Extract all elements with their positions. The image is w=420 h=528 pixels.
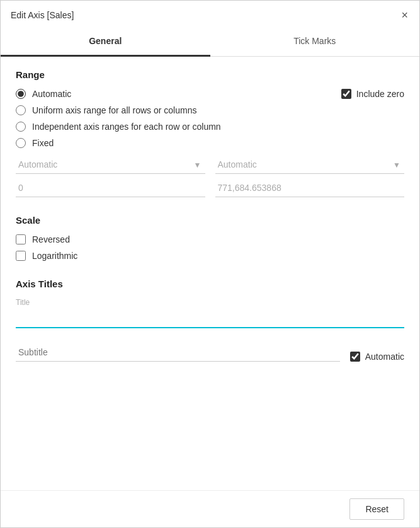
radio-automatic-input[interactable]	[16, 89, 26, 99]
automatic-checkbox-input[interactable]	[350, 352, 360, 362]
title-field-label: Title	[16, 298, 404, 307]
logarithmic-checkbox[interactable]: Logarithmic	[16, 251, 404, 261]
include-zero-input[interactable]	[341, 89, 351, 99]
scale-section: Scale Reversed Logarithmic	[16, 215, 404, 261]
tabs-container: General Tick Marks	[1, 27, 419, 57]
dropdown-end[interactable]: Automatic	[215, 156, 405, 174]
reset-button[interactable]: Reset	[349, 498, 404, 520]
radio-uniform-input[interactable]	[16, 105, 26, 115]
dialog-title: Edit Axis [Sales]	[11, 10, 74, 20]
radio-independent-input[interactable]	[16, 122, 26, 132]
range-options-row: Automatic Uniform axis range for all row…	[16, 89, 404, 148]
dialog-footer: Reset	[1, 490, 419, 527]
scale-section-title: Scale	[16, 215, 404, 226]
radio-uniform[interactable]: Uniform axis range for all rows or colum…	[16, 105, 221, 115]
range-end-input[interactable]	[215, 179, 405, 197]
dropdown-end-wrap: Automatic ▼	[215, 156, 405, 174]
range-section: Range Automatic Uniform axis range for a…	[16, 69, 404, 197]
content-area: Range Automatic Uniform axis range for a…	[1, 57, 419, 490]
close-button[interactable]: ×	[400, 9, 409, 21]
title-input[interactable]	[16, 309, 404, 328]
reversed-checkbox[interactable]: Reversed	[16, 234, 404, 244]
tab-tick-marks[interactable]: Tick Marks	[210, 27, 420, 57]
radio-independent[interactable]: Independent axis ranges for each row or …	[16, 122, 221, 132]
axis-titles-section: Axis Titles Title Automatic	[16, 278, 404, 362]
include-zero-checkbox[interactable]: Include zero	[341, 89, 404, 99]
edit-axis-dialog: Edit Axis [Sales] × General Tick Marks R…	[0, 0, 420, 528]
logarithmic-checkbox-input[interactable]	[16, 251, 26, 261]
automatic-checkbox[interactable]: Automatic	[350, 352, 404, 362]
subtitle-row: Automatic	[16, 343, 404, 362]
dialog-header: Edit Axis [Sales] ×	[1, 1, 419, 27]
dropdown-start[interactable]: Automatic	[16, 156, 205, 174]
range-section-title: Range	[16, 69, 404, 80]
radio-automatic[interactable]: Automatic	[16, 89, 221, 99]
reversed-checkbox-input[interactable]	[16, 234, 26, 244]
range-radio-group: Automatic Uniform axis range for all row…	[16, 89, 221, 148]
range-inputs-row	[16, 179, 404, 197]
radio-fixed-input[interactable]	[16, 138, 26, 148]
tab-general[interactable]: General	[1, 27, 210, 57]
range-start-input[interactable]	[16, 179, 205, 197]
dropdown-start-wrap: Automatic ▼	[16, 156, 205, 174]
dropdowns-row: Automatic ▼ Automatic ▼	[16, 156, 404, 174]
axis-titles-section-title: Axis Titles	[16, 278, 404, 289]
subtitle-input[interactable]	[16, 343, 340, 362]
radio-fixed[interactable]: Fixed	[16, 138, 221, 148]
